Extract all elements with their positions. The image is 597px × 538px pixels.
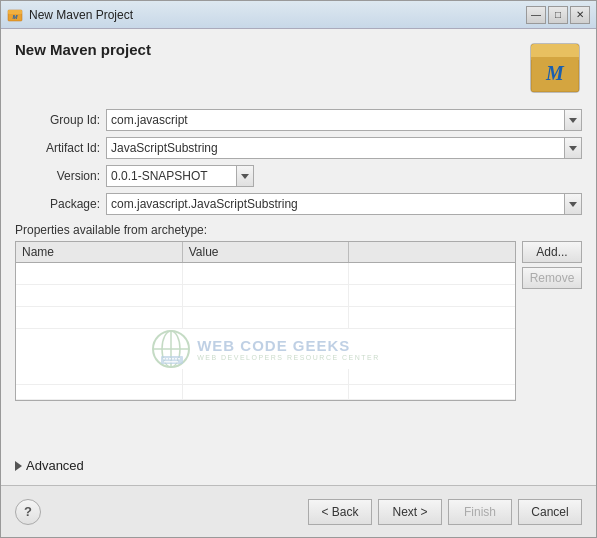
svg-rect-19 [164,361,178,363]
col-name-header: Name [16,242,183,262]
footer-left: ? [15,499,41,525]
minimize-button[interactable]: — [526,6,546,24]
content-area: New Maven project M Group Id: [1,29,596,485]
help-button[interactable]: ? [15,499,41,525]
svg-rect-17 [175,358,177,360]
svg-rect-5 [531,57,579,60]
package-field-container [106,193,582,215]
artifact-id-dropdown-button[interactable] [564,137,582,159]
window-icon: M [7,7,23,23]
finish-button[interactable]: Finish [448,499,512,525]
svg-rect-13 [163,358,165,360]
title-bar: M New Maven Project — □ ✕ [1,1,596,29]
window: M New Maven Project — □ ✕ New Maven proj… [0,0,597,538]
remove-button[interactable]: Remove [522,267,582,289]
group-id-chevron-down-icon [569,118,577,123]
table-row [16,263,515,285]
version-input[interactable] [106,165,236,187]
svg-text:M: M [545,62,565,84]
table-row [16,369,515,385]
table-row [16,285,515,307]
watermark: WEB CODE GEEKS WEB DEVELOPERS RESOURCE C… [151,329,380,369]
window-title: New Maven Project [29,8,526,22]
maven-icon: M [528,41,582,95]
artifact-id-row: Artifact Id: [15,137,582,159]
package-input[interactable] [106,193,564,215]
group-id-dropdown-button[interactable] [564,109,582,131]
watermark-container: WEB CODE GEEKS WEB DEVELOPERS RESOURCE C… [16,329,515,369]
cancel-button[interactable]: Cancel [518,499,582,525]
advanced-label: Advanced [26,458,84,473]
artifact-id-label: Artifact Id: [15,141,100,155]
svg-rect-14 [166,358,168,360]
table-row [16,307,515,329]
page-title: New Maven project [15,41,151,58]
add-button[interactable]: Add... [522,241,582,263]
package-label: Package: [15,197,100,211]
col-value-header: Value [183,242,350,262]
version-dropdown-button[interactable] [236,165,254,187]
package-row: Package: [15,193,582,215]
back-button[interactable]: < Back [308,499,372,525]
artifact-id-chevron-down-icon [569,146,577,151]
footer: ? < Back Next > Finish Cancel [1,485,596,537]
maven-logo: M [530,43,580,93]
group-id-label: Group Id: [15,113,100,127]
footer-buttons: < Back Next > Finish Cancel [308,499,582,525]
version-label: Version: [15,169,100,183]
watermark-main-text: WEB CODE GEEKS [197,337,380,354]
watermark-text-block: WEB CODE GEEKS WEB DEVELOPERS RESOURCE C… [197,337,380,361]
properties-table: Name Value [15,241,516,401]
col-extra-header [349,242,515,262]
package-dropdown-button[interactable] [564,193,582,215]
package-chevron-down-icon [569,202,577,207]
window-controls: — □ ✕ [526,6,590,24]
advanced-expand-icon [15,461,22,471]
advanced-section[interactable]: Advanced [15,458,582,473]
properties-table-container: Name Value [15,241,582,448]
svg-rect-6 [535,46,549,52]
version-chevron-down-icon [241,174,249,179]
svg-rect-18 [178,358,180,360]
version-row: Version: [15,165,582,187]
artifact-id-field-container [106,137,582,159]
watermark-sub-text: WEB DEVELOPERS RESOURCE CENTER [197,354,380,361]
svg-rect-12 [161,356,183,364]
version-field-container [106,165,254,187]
group-id-input[interactable] [106,109,564,131]
svg-rect-16 [172,358,174,360]
watermark-logo: WEB CODE GEEKS WEB DEVELOPERS RESOURCE C… [151,329,380,369]
properties-label: Properties available from archetype: [15,223,582,237]
maximize-button[interactable]: □ [548,6,568,24]
group-id-row: Group Id: [15,109,582,131]
table-row [16,385,515,401]
table-rows [16,263,515,329]
svg-rect-15 [169,358,171,360]
watermark-globe-icon [151,329,191,369]
table-body[interactable]: WEB CODE GEEKS WEB DEVELOPERS RESOURCE C… [16,263,515,400]
form-section: Group Id: Artifact Id: [15,109,582,215]
table-buttons: Add... Remove [522,241,582,448]
group-id-field-container [106,109,582,131]
table-header: Name Value [16,242,515,263]
artifact-id-input[interactable] [106,137,564,159]
next-button[interactable]: Next > [378,499,442,525]
close-button[interactable]: ✕ [570,6,590,24]
header-row: New Maven project M [15,41,582,95]
